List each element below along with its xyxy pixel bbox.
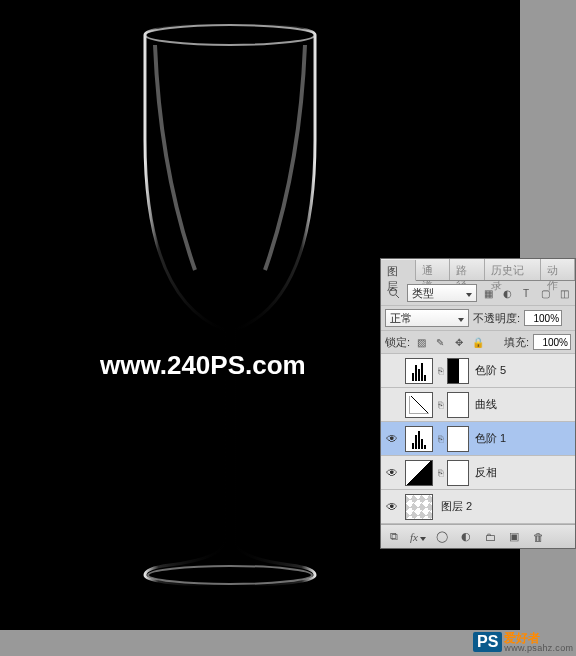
fx-icon[interactable]: fx [409, 529, 427, 545]
lock-paint-icon[interactable]: ✎ [433, 335, 447, 349]
layer-name[interactable]: 色阶 5 [475, 363, 575, 378]
svg-line-3 [396, 295, 399, 298]
site-name-cn: 爱好者 [504, 632, 573, 644]
filter-shape-icon[interactable]: ▢ [538, 286, 552, 300]
lock-label: 锁定: [385, 335, 410, 350]
mask-icon[interactable]: ◯ [433, 529, 451, 545]
filter-type-select[interactable]: 类型 [407, 284, 477, 302]
layers-panel: 图层 通道 路径 历史记录 动作 类型 ▦ ◐ T ▢ ◫ 正常 不透明度: 锁… [380, 258, 576, 549]
layer-thumb-invert[interactable] [405, 460, 433, 486]
panel-tabs: 图层 通道 路径 历史记录 动作 [381, 259, 575, 281]
wine-glass-image [105, 20, 355, 600]
layer-row[interactable]: 👁 ⎘ 反相 [381, 456, 575, 490]
layer-mask[interactable] [447, 358, 469, 384]
layer-row[interactable]: ⎘ 色阶 5 [381, 354, 575, 388]
lock-all-icon[interactable]: 🔒 [471, 335, 485, 349]
trash-icon[interactable]: 🗑 [529, 529, 547, 545]
layers-list: ⎘ 色阶 5 ⎘ 曲线 👁 ⎘ 色阶 1 👁 ⎘ 反相 👁 [381, 354, 575, 524]
filter-smart-icon[interactable]: ◫ [557, 286, 571, 300]
site-watermark: PS 爱好者 www.psahz.com [473, 628, 573, 656]
blend-row: 正常 不透明度: [381, 306, 575, 331]
link-icon: ⎘ [435, 366, 445, 376]
visibility-toggle[interactable]: 👁 [381, 432, 403, 446]
blend-mode-value: 正常 [390, 311, 412, 326]
layer-thumb-curves[interactable] [405, 392, 433, 418]
layer-mask[interactable] [447, 392, 469, 418]
panel-bottom-bar: ⧉ fx ◯ ◐ 🗀 ▣ 🗑 [381, 524, 575, 548]
tab-channels[interactable]: 通道 [416, 259, 451, 280]
link-icon: ⎘ [435, 434, 445, 444]
layer-row[interactable]: ⎘ 曲线 [381, 388, 575, 422]
filter-pixel-icon[interactable]: ▦ [481, 286, 495, 300]
blend-mode-select[interactable]: 正常 [385, 309, 469, 327]
layer-name[interactable]: 图层 2 [441, 499, 575, 514]
visibility-toggle[interactable]: 👁 [381, 466, 403, 480]
layer-row[interactable]: 👁 图层 2 [381, 490, 575, 524]
site-url: www.psahz.com [504, 644, 573, 653]
tab-layers[interactable]: 图层 [381, 260, 416, 281]
chevron-down-icon [464, 287, 472, 299]
adjustment-icon[interactable]: ◐ [457, 529, 475, 545]
chevron-down-icon [456, 312, 464, 324]
link-icon: ⎘ [435, 400, 445, 410]
tab-paths[interactable]: 路径 [450, 259, 485, 280]
tab-actions[interactable]: 动作 [541, 259, 576, 280]
filter-type-label: 类型 [412, 286, 434, 301]
layer-mask[interactable] [447, 460, 469, 486]
ps-badge: PS [473, 632, 502, 652]
lock-row: 锁定: ▨ ✎ ✥ 🔒 填充: [381, 331, 575, 354]
link-icon: ⎘ [435, 468, 445, 478]
layer-row[interactable]: 👁 ⎘ 色阶 1 [381, 422, 575, 456]
layer-thumb-pixel[interactable] [405, 494, 433, 520]
layer-thumb-levels[interactable] [405, 358, 433, 384]
watermark-url: www.240PS.com [100, 350, 306, 381]
fill-label: 填充: [504, 335, 529, 350]
filter-row: 类型 ▦ ◐ T ▢ ◫ [381, 281, 575, 306]
group-icon[interactable]: 🗀 [481, 529, 499, 545]
lock-transparent-icon[interactable]: ▨ [414, 335, 428, 349]
link-layers-icon[interactable]: ⧉ [385, 529, 403, 545]
filter-adjust-icon[interactable]: ◐ [500, 286, 514, 300]
visibility-toggle[interactable]: 👁 [381, 500, 403, 514]
layer-name[interactable]: 色阶 1 [475, 431, 575, 446]
tab-history[interactable]: 历史记录 [485, 259, 541, 280]
layer-thumb-levels[interactable] [405, 426, 433, 452]
layer-name[interactable]: 曲线 [475, 397, 575, 412]
fill-input[interactable] [533, 334, 571, 350]
filter-type-icon[interactable]: T [519, 286, 533, 300]
layer-mask[interactable] [447, 426, 469, 452]
opacity-input[interactable] [524, 310, 562, 326]
layer-name[interactable]: 反相 [475, 465, 575, 480]
lock-move-icon[interactable]: ✥ [452, 335, 466, 349]
opacity-label: 不透明度: [473, 311, 520, 326]
new-layer-icon[interactable]: ▣ [505, 529, 523, 545]
